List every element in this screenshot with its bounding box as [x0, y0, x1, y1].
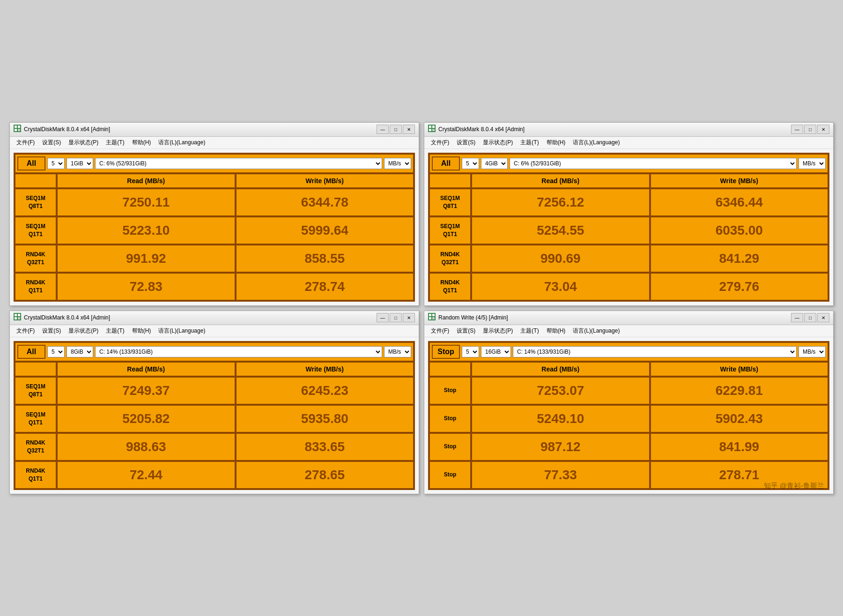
window-title: CrystalDiskMark 8.0.4 x64 [Admin] — [438, 126, 525, 133]
svg-rect-19 — [432, 317, 435, 319]
menu-item-0[interactable]: 文件(F) — [427, 326, 453, 336]
svg-rect-17 — [432, 314, 435, 316]
table-row: RND4K Q1T173.04279.76 — [429, 273, 828, 301]
menu-item-2[interactable]: 显示状态(P) — [479, 138, 517, 148]
menu-item-5[interactable]: 语言(L)(Language) — [155, 326, 209, 336]
row-label-2[interactable]: Stop — [429, 433, 471, 461]
minimize-button[interactable]: — — [377, 125, 389, 134]
write-value-3: 278.65 — [236, 461, 414, 489]
size-select[interactable]: 8GiB — [67, 346, 93, 357]
maximize-button[interactable]: □ — [804, 313, 816, 322]
header-cell-0 — [429, 362, 471, 377]
row-label-0[interactable]: Stop — [429, 377, 471, 405]
close-button[interactable]: ✕ — [817, 313, 829, 322]
menu-item-3[interactable]: 主题(T) — [102, 326, 128, 336]
menu-item-1[interactable]: 设置(S) — [38, 326, 65, 336]
write-value-0: 6344.78 — [236, 188, 414, 216]
menu-item-5[interactable]: 语言(L)(Language) — [155, 138, 209, 148]
maximize-button[interactable]: □ — [390, 313, 402, 322]
top-control-row: All58GiBC: 14% (133/931GiB)MB/s — [15, 342, 414, 362]
row-label-1: SEQ1M Q1T1 — [429, 216, 471, 245]
row-label-1: SEQ1M Q1T1 — [15, 405, 57, 433]
write-value-2: 858.55 — [236, 245, 414, 273]
unit-select[interactable]: MB/s — [799, 346, 826, 357]
row-label-3[interactable]: Stop — [429, 461, 471, 489]
write-value-1: 5935.80 — [236, 405, 414, 433]
menu-item-4[interactable]: 帮助(H) — [128, 138, 155, 148]
all-stop-button[interactable]: All — [17, 345, 45, 359]
size-select[interactable]: 1GiB — [67, 158, 93, 169]
size-select[interactable]: 16GiB — [481, 346, 511, 357]
drive-select[interactable]: C: 6% (52/931GiB) — [95, 158, 382, 169]
menu-item-2[interactable]: 显示状态(P) — [65, 326, 102, 336]
all-stop-button[interactable]: Stop — [432, 345, 460, 359]
header-cell-2: Write (MB/s) — [236, 173, 414, 188]
menu-item-5[interactable]: 语言(L)(Language) — [569, 326, 623, 336]
menu-item-0[interactable]: 文件(F) — [13, 326, 38, 336]
row-label-1[interactable]: Stop — [429, 405, 471, 433]
menu-item-1[interactable]: 设置(S) — [38, 138, 65, 148]
header-cell-1: Read (MB/s) — [471, 173, 650, 188]
write-value-0: 6346.44 — [650, 188, 829, 216]
header-cell-0 — [15, 362, 57, 377]
read-value-2: 987.12 — [471, 433, 650, 461]
table-row: SEQ1M Q1T15205.825935.80 — [15, 405, 414, 433]
read-value-0: 7250.11 — [57, 188, 236, 216]
table-row: SEQ1M Q8T17250.116344.78 — [15, 188, 414, 216]
minimize-button[interactable]: — — [791, 313, 803, 322]
minimize-button[interactable]: — — [377, 313, 389, 322]
read-value-2: 991.92 — [57, 245, 236, 273]
maximize-button[interactable]: □ — [804, 125, 816, 134]
menu-item-2[interactable]: 显示状态(P) — [65, 138, 102, 148]
close-button[interactable]: ✕ — [403, 313, 415, 322]
table-row: RND4K Q32T1988.63833.65 — [15, 433, 414, 461]
drive-select[interactable]: C: 6% (52/931GiB) — [510, 158, 797, 169]
menu-item-5[interactable]: 语言(L)(Language) — [569, 138, 623, 148]
header-row: Read (MB/s)Write (MB/s) — [15, 362, 414, 377]
svg-rect-7 — [432, 126, 435, 128]
app-icon — [428, 125, 436, 134]
count-select[interactable]: 5 — [47, 158, 65, 169]
header-row: Read (MB/s)Write (MB/s) — [429, 362, 828, 377]
close-button[interactable]: ✕ — [817, 125, 829, 134]
menu-bar: 文件(F)设置(S)显示状态(P)主题(T)帮助(H)语言(L)(Languag… — [10, 325, 419, 337]
benchmark-table: All51GiBC: 6% (52/931GiB)MB/sRead (MB/s)… — [14, 153, 415, 302]
all-stop-button[interactable]: All — [17, 156, 45, 171]
table-row: SEQ1M Q1T15223.105999.64 — [15, 216, 414, 245]
menu-item-1[interactable]: 设置(S) — [453, 326, 479, 336]
drive-select[interactable]: C: 14% (133/931GiB) — [95, 346, 382, 357]
read-value-1: 5223.10 — [57, 216, 236, 245]
menu-item-1[interactable]: 设置(S) — [453, 138, 479, 148]
title-bar: CrystalDiskMark 8.0.4 x64 [Admin]—□✕ — [10, 311, 419, 325]
menu-item-0[interactable]: 文件(F) — [13, 138, 38, 148]
maximize-button[interactable]: □ — [390, 125, 402, 134]
menu-item-3[interactable]: 主题(T) — [517, 138, 542, 148]
row-label-1: SEQ1M Q1T1 — [15, 216, 57, 245]
table-row: SEQ1M Q1T15254.556035.00 — [429, 216, 828, 245]
unit-select[interactable]: MB/s — [384, 346, 411, 357]
menu-item-3[interactable]: 主题(T) — [102, 138, 128, 148]
minimize-button[interactable]: — — [791, 125, 803, 134]
count-select[interactable]: 5 — [462, 346, 479, 357]
write-value-1: 5999.64 — [236, 216, 414, 245]
count-select[interactable]: 5 — [47, 346, 65, 357]
menu-item-4[interactable]: 帮助(H) — [128, 326, 155, 336]
count-select[interactable]: 5 — [462, 158, 479, 169]
write-value-0: 6245.23 — [236, 377, 414, 405]
unit-select[interactable]: MB/s — [384, 158, 411, 169]
menu-item-3[interactable]: 主题(T) — [517, 326, 542, 336]
menu-item-0[interactable]: 文件(F) — [427, 138, 453, 148]
menu-item-4[interactable]: 帮助(H) — [543, 138, 569, 148]
window-title: CrystalDiskMark 8.0.4 x64 [Admin] — [24, 126, 110, 133]
menu-item-2[interactable]: 显示状态(P) — [479, 326, 517, 336]
drive-select[interactable]: C: 14% (133/931GiB) — [513, 346, 797, 357]
close-button[interactable]: ✕ — [403, 125, 415, 134]
write-value-1: 6035.00 — [650, 216, 829, 245]
header-cell-2: Write (MB/s) — [650, 362, 829, 377]
menu-item-4[interactable]: 帮助(H) — [543, 326, 569, 336]
row-label-3: RND4K Q1T1 — [15, 461, 57, 489]
benchmark-table: All58GiBC: 14% (133/931GiB)MB/sRead (MB/… — [14, 341, 415, 490]
all-stop-button[interactable]: All — [432, 156, 460, 171]
unit-select[interactable]: MB/s — [799, 158, 826, 169]
size-select[interactable]: 4GiB — [481, 158, 508, 169]
